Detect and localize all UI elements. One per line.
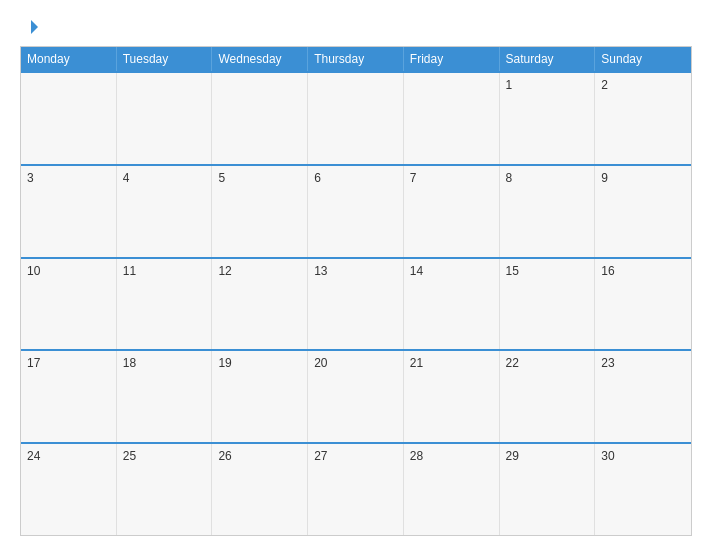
logo xyxy=(20,18,40,36)
calendar-cell: 19 xyxy=(212,351,308,442)
weekday-header-friday: Friday xyxy=(404,47,500,71)
calendar-cell: 29 xyxy=(500,444,596,535)
calendar-cell: 5 xyxy=(212,166,308,257)
calendar-cell: 9 xyxy=(595,166,691,257)
calendar-cell: 3 xyxy=(21,166,117,257)
day-number: 26 xyxy=(218,449,231,463)
calendar-cell xyxy=(117,73,213,164)
calendar-cell xyxy=(404,73,500,164)
calendar-cell: 26 xyxy=(212,444,308,535)
weekday-header-sunday: Sunday xyxy=(595,47,691,71)
calendar-row-1: 12 xyxy=(21,71,691,164)
calendar-cell: 13 xyxy=(308,259,404,350)
calendar-cell: 2 xyxy=(595,73,691,164)
calendar-cell: 8 xyxy=(500,166,596,257)
day-number: 7 xyxy=(410,171,417,185)
day-number: 3 xyxy=(27,171,34,185)
day-number: 12 xyxy=(218,264,231,278)
calendar-cell: 22 xyxy=(500,351,596,442)
day-number: 10 xyxy=(27,264,40,278)
day-number: 9 xyxy=(601,171,608,185)
day-number: 24 xyxy=(27,449,40,463)
calendar-cell: 16 xyxy=(595,259,691,350)
weekday-header-monday: Monday xyxy=(21,47,117,71)
weekday-header-saturday: Saturday xyxy=(500,47,596,71)
calendar-cell: 17 xyxy=(21,351,117,442)
calendar-page: MondayTuesdayWednesdayThursdayFridaySatu… xyxy=(0,0,712,550)
weekday-header-tuesday: Tuesday xyxy=(117,47,213,71)
day-number: 30 xyxy=(601,449,614,463)
calendar: MondayTuesdayWednesdayThursdayFridaySatu… xyxy=(20,46,692,536)
day-number: 8 xyxy=(506,171,513,185)
day-number: 20 xyxy=(314,356,327,370)
calendar-cell: 7 xyxy=(404,166,500,257)
day-number: 15 xyxy=(506,264,519,278)
day-number: 29 xyxy=(506,449,519,463)
calendar-row-2: 3456789 xyxy=(21,164,691,257)
calendar-cell: 20 xyxy=(308,351,404,442)
day-number: 13 xyxy=(314,264,327,278)
calendar-cell: 21 xyxy=(404,351,500,442)
calendar-row-4: 17181920212223 xyxy=(21,349,691,442)
day-number: 21 xyxy=(410,356,423,370)
calendar-cell: 15 xyxy=(500,259,596,350)
calendar-cell: 6 xyxy=(308,166,404,257)
calendar-cell xyxy=(21,73,117,164)
day-number: 6 xyxy=(314,171,321,185)
calendar-row-5: 24252627282930 xyxy=(21,442,691,535)
calendar-cell: 1 xyxy=(500,73,596,164)
day-number: 5 xyxy=(218,171,225,185)
calendar-cell: 24 xyxy=(21,444,117,535)
calendar-body: 1234567891011121314151617181920212223242… xyxy=(21,71,691,535)
day-number: 14 xyxy=(410,264,423,278)
weekday-header-wednesday: Wednesday xyxy=(212,47,308,71)
svg-marker-0 xyxy=(31,20,38,34)
day-number: 19 xyxy=(218,356,231,370)
calendar-cell xyxy=(212,73,308,164)
calendar-cell: 28 xyxy=(404,444,500,535)
day-number: 23 xyxy=(601,356,614,370)
calendar-cell: 12 xyxy=(212,259,308,350)
calendar-cell: 11 xyxy=(117,259,213,350)
day-number: 1 xyxy=(506,78,513,92)
calendar-cell: 4 xyxy=(117,166,213,257)
calendar-header: MondayTuesdayWednesdayThursdayFridaySatu… xyxy=(21,47,691,71)
day-number: 27 xyxy=(314,449,327,463)
day-number: 18 xyxy=(123,356,136,370)
day-number: 11 xyxy=(123,264,136,278)
day-number: 28 xyxy=(410,449,423,463)
calendar-cell: 25 xyxy=(117,444,213,535)
calendar-cell: 27 xyxy=(308,444,404,535)
day-number: 2 xyxy=(601,78,608,92)
day-number: 17 xyxy=(27,356,40,370)
weekday-header-thursday: Thursday xyxy=(308,47,404,71)
page-header xyxy=(20,18,692,36)
calendar-cell: 14 xyxy=(404,259,500,350)
day-number: 4 xyxy=(123,171,130,185)
calendar-cell: 23 xyxy=(595,351,691,442)
calendar-cell: 18 xyxy=(117,351,213,442)
day-number: 16 xyxy=(601,264,614,278)
calendar-cell: 30 xyxy=(595,444,691,535)
calendar-cell xyxy=(308,73,404,164)
calendar-row-3: 10111213141516 xyxy=(21,257,691,350)
calendar-cell: 10 xyxy=(21,259,117,350)
day-number: 22 xyxy=(506,356,519,370)
logo-flag-icon xyxy=(22,18,40,36)
day-number: 25 xyxy=(123,449,136,463)
